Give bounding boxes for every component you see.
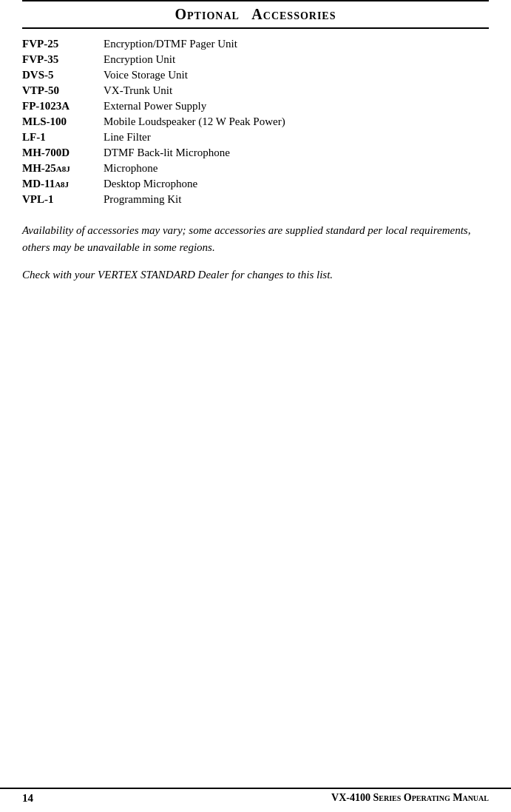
model-code: MH-25A8J	[22, 161, 104, 176]
description: Encryption/DTMF Pager Unit	[104, 36, 489, 52]
description: VX-Trunk Unit	[104, 83, 489, 98]
table-row: VTP-50 VX-Trunk Unit	[22, 83, 489, 98]
title-word-optional: Optional	[175, 6, 240, 22]
model-code: FP-1023A	[22, 98, 104, 114]
description: Mobile Loudspeaker (12 W Peak Power)	[104, 114, 489, 130]
model-code: VTP-50	[22, 83, 104, 98]
footer-title-text: VX-4100 Series Operating Manual	[331, 792, 489, 803]
table-row: FVP-25 Encryption/DTMF Pager Unit	[22, 36, 489, 52]
main-content: Optional Accessories FVP-25 Encryption/D…	[0, 0, 511, 283]
availability-note: Availability of accessories may vary; so…	[22, 222, 489, 255]
model-code: DVS-5	[22, 67, 104, 83]
footer-manual-title: VX-4100 Series Operating Manual	[331, 792, 489, 805]
description: Voice Storage Unit	[104, 67, 489, 83]
accessories-table: FVP-25 Encryption/DTMF Pager Unit FVP-35…	[22, 36, 489, 207]
description: Desktop Microphone	[104, 176, 489, 192]
model-code: MH-700D	[22, 145, 104, 161]
footer-page-number: 14	[22, 792, 33, 805]
model-code: LF-1	[22, 130, 104, 145]
model-code: FVP-35	[22, 52, 104, 67]
description: Programming Kit	[104, 192, 489, 207]
description: Encryption Unit	[104, 52, 489, 67]
table-row: FVP-35 Encryption Unit	[22, 52, 489, 67]
table-row: LF-1 Line Filter	[22, 130, 489, 145]
model-code: MLS-100	[22, 114, 104, 130]
model-code: FVP-25	[22, 36, 104, 52]
table-row: MLS-100 Mobile Loudspeaker (12 W Peak Po…	[22, 114, 489, 130]
description: Microphone	[104, 161, 489, 176]
description: External Power Supply	[104, 98, 489, 114]
table-row: MH-25A8J Microphone	[22, 161, 489, 176]
title-word-accessories: Accessories	[251, 6, 336, 22]
model-code: MD-11A8J	[22, 176, 104, 192]
page-container: Optional Accessories FVP-25 Encryption/D…	[0, 0, 511, 812]
dealer-note: Check with your VERTEX STANDARD Dealer f…	[22, 266, 489, 283]
table-row: VPL-1 Programming Kit	[22, 192, 489, 207]
footer: 14 VX-4100 Series Operating Manual	[0, 788, 511, 805]
description: DTMF Back-lit Microphone	[104, 145, 489, 161]
table-row: MH-700D DTMF Back-lit Microphone	[22, 145, 489, 161]
page-title-section: Optional Accessories	[22, 0, 489, 29]
table-row: MD-11A8J Desktop Microphone	[22, 176, 489, 192]
table-row: DVS-5 Voice Storage Unit	[22, 67, 489, 83]
table-row: FP-1023A External Power Supply	[22, 98, 489, 114]
description: Line Filter	[104, 130, 489, 145]
model-code: VPL-1	[22, 192, 104, 207]
page-title: Optional Accessories	[22, 6, 489, 23]
